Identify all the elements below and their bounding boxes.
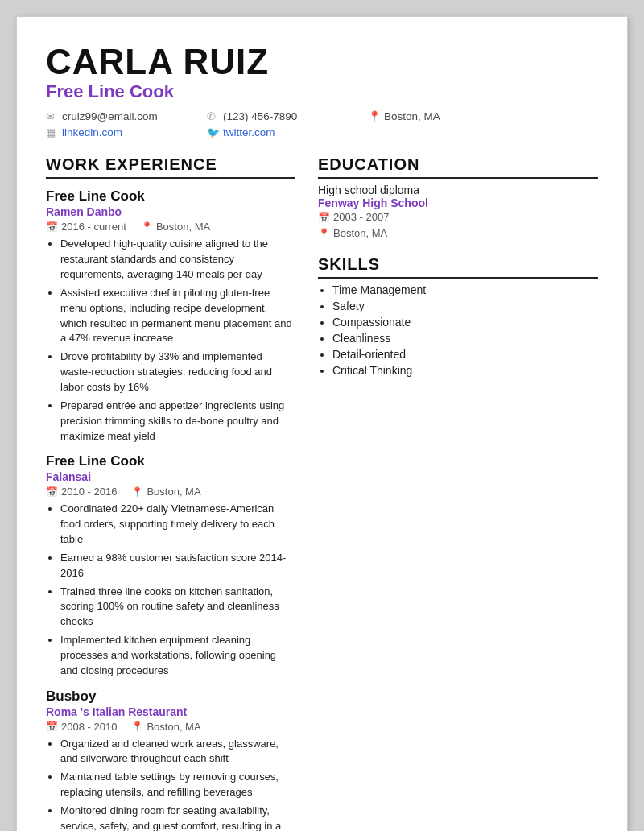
calendar-icon-2: 📅 bbox=[46, 486, 58, 498]
job-2-bullets: Coordinated 220+ daily Vietnamese-Americ… bbox=[46, 502, 295, 678]
job-1-bullets: Developed high-quality cuisine aligned t… bbox=[46, 237, 295, 444]
job-3-dates: 2008 - 2010 bbox=[61, 721, 117, 733]
location-text: Boston, MA bbox=[384, 110, 440, 122]
candidate-title: Free Line Cook bbox=[46, 81, 598, 102]
bullet: Monitored dining room for seating availa… bbox=[60, 804, 295, 831]
edu-dates-item: 📅 2003 - 2007 bbox=[318, 211, 389, 223]
bullet: Developed high-quality cuisine aligned t… bbox=[60, 237, 295, 283]
edu-location-item: 📍 Boston, MA bbox=[318, 227, 387, 239]
work-experience-section: WORK EXPERIENCE Free Line Cook Ramen Dan… bbox=[46, 155, 295, 831]
candidate-name: CARLA RUIZ bbox=[46, 43, 598, 81]
bullet: Organized and cleaned work areas, glassw… bbox=[60, 737, 295, 767]
skill-item: Time Management bbox=[332, 283, 598, 296]
job-3-company: Roma 's Italian Restaurant bbox=[46, 705, 295, 718]
edu-dates: 2003 - 2007 bbox=[333, 211, 389, 223]
job-1: Free Line Cook Ramen Danbo 📅 2016 - curr… bbox=[46, 188, 295, 444]
job-3-title: Busboy bbox=[46, 688, 295, 705]
job-1-title: Free Line Cook bbox=[46, 188, 295, 205]
job-2-dates: 2010 - 2016 bbox=[61, 486, 117, 498]
left-column: WORK EXPERIENCE Free Line Cook Ramen Dan… bbox=[46, 155, 295, 831]
job-3-meta: 📅 2008 - 2010 📍 Boston, MA bbox=[46, 721, 295, 733]
bullet: Trained three line cooks on kitchen sani… bbox=[60, 585, 295, 630]
bullet: Prepared entrée and appetizer ingredient… bbox=[60, 399, 295, 444]
edu-entry-1: High school diploma Fenway High School 📅… bbox=[318, 184, 598, 239]
job-2-location-item: 📍 Boston, MA bbox=[131, 486, 200, 498]
edu-meta: 📅 2003 - 2007 bbox=[318, 211, 598, 223]
skill-item: Critical Thinking bbox=[332, 364, 598, 377]
work-divider bbox=[46, 177, 295, 179]
header: CARLA RUIZ Free Line Cook ✉ cruiz99@emai… bbox=[46, 43, 598, 141]
skills-list: Time Management Safety Compassionate Cle… bbox=[318, 283, 598, 377]
job-2-company: Falansai bbox=[46, 470, 295, 483]
job-3-dates-item: 📅 2008 - 2010 bbox=[46, 721, 117, 733]
bullet: Assisted executive chef in piloting glut… bbox=[60, 286, 295, 346]
job-1-dates-item: 📅 2016 - current bbox=[46, 221, 126, 233]
skills-divider bbox=[318, 277, 598, 279]
edu-location-row: 📍 Boston, MA bbox=[318, 227, 598, 239]
linkedin-icon: ▦ bbox=[46, 126, 59, 138]
job-2-dates-item: 📅 2010 - 2016 bbox=[46, 486, 117, 498]
calendar-icon-edu: 📅 bbox=[318, 212, 330, 223]
location-icon-edu: 📍 bbox=[318, 228, 330, 239]
job-1-location: Boston, MA bbox=[156, 221, 210, 233]
skill-item: Compassionate bbox=[332, 316, 598, 329]
edu-degree: High school diploma bbox=[318, 184, 598, 196]
job-2: Free Line Cook Falansai 📅 2010 - 2016 📍 … bbox=[46, 453, 295, 678]
email-text: cruiz99@email.com bbox=[62, 110, 158, 122]
job-2-meta: 📅 2010 - 2016 📍 Boston, MA bbox=[46, 486, 295, 498]
phone-text: (123) 456-7890 bbox=[223, 110, 297, 122]
calendar-icon-1: 📅 bbox=[46, 221, 58, 233]
job-1-meta: 📅 2016 - current 📍 Boston, MA bbox=[46, 221, 295, 233]
location-icon-2: 📍 bbox=[131, 486, 143, 498]
skill-item: Safety bbox=[332, 300, 598, 312]
job-3-location: Boston, MA bbox=[147, 721, 200, 733]
bullet: Drove profitability by 33% and implement… bbox=[60, 349, 295, 395]
contact-email: ✉ cruiz99@email.com bbox=[46, 110, 207, 122]
job-2-title: Free Line Cook bbox=[46, 453, 295, 469]
skills-title: SKILLS bbox=[318, 255, 598, 274]
edu-location: Boston, MA bbox=[333, 227, 387, 239]
contact-row-1: ✉ cruiz99@email.com ✆ (123) 456-7890 📍 B… bbox=[46, 110, 598, 125]
skill-item: Detail-oriented bbox=[332, 348, 598, 361]
bullet: Earned a 98% customer satisfaction score… bbox=[60, 551, 295, 581]
work-experience-title: WORK EXPERIENCE bbox=[46, 155, 295, 174]
contact-location: 📍 Boston, MA bbox=[368, 110, 529, 122]
bullet: Maintained table settings by removing co… bbox=[60, 770, 295, 800]
skills-section: SKILLS Time Management Safety Compassion… bbox=[318, 255, 598, 377]
linkedin-link[interactable]: linkedin.com bbox=[62, 126, 122, 138]
location-icon: 📍 bbox=[368, 110, 381, 122]
job-1-location-item: 📍 Boston, MA bbox=[141, 221, 210, 233]
job-3: Busboy Roma 's Italian Restaurant 📅 2008… bbox=[46, 688, 295, 831]
resume-container: CARLA RUIZ Free Line Cook ✉ cruiz99@emai… bbox=[16, 16, 628, 831]
contact-twitter[interactable]: 🐦 twitter.com bbox=[207, 126, 368, 138]
bullet: Implemented kitchen equipment cleaning p… bbox=[60, 633, 295, 679]
skill-item: Cleanliness bbox=[332, 332, 598, 345]
job-3-location-item: 📍 Boston, MA bbox=[131, 721, 200, 733]
job-3-bullets: Organized and cleaned work areas, glassw… bbox=[46, 737, 295, 831]
education-title: EDUCATION bbox=[318, 155, 598, 174]
contact-phone: ✆ (123) 456-7890 bbox=[207, 110, 368, 122]
right-column: EDUCATION High school diploma Fenway Hig… bbox=[318, 155, 598, 831]
education-section: EDUCATION High school diploma Fenway Hig… bbox=[318, 155, 598, 239]
twitter-link[interactable]: twitter.com bbox=[223, 126, 275, 138]
twitter-icon: 🐦 bbox=[207, 126, 220, 138]
location-icon-3: 📍 bbox=[131, 721, 143, 732]
calendar-icon-3: 📅 bbox=[46, 721, 58, 732]
location-icon-1: 📍 bbox=[141, 221, 153, 233]
phone-icon: ✆ bbox=[207, 110, 220, 122]
job-1-company: Ramen Danbo bbox=[46, 205, 295, 218]
main-layout: WORK EXPERIENCE Free Line Cook Ramen Dan… bbox=[46, 155, 598, 831]
contact-row-2: ▦ linkedin.com 🐦 twitter.com bbox=[46, 126, 598, 141]
email-icon: ✉ bbox=[46, 110, 59, 122]
contact-linkedin[interactable]: ▦ linkedin.com bbox=[46, 126, 207, 138]
edu-school: Fenway High School bbox=[318, 196, 598, 209]
job-2-location: Boston, MA bbox=[147, 486, 200, 498]
edu-divider bbox=[318, 177, 598, 179]
job-1-dates: 2016 - current bbox=[61, 221, 126, 233]
bullet: Coordinated 220+ daily Vietnamese-Americ… bbox=[60, 502, 295, 548]
